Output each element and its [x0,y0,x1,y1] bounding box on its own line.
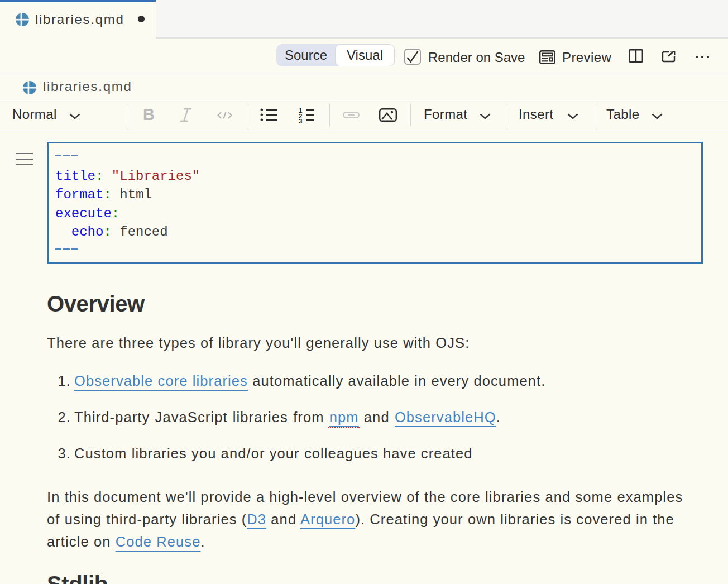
svg-text:3: 3 [299,118,302,123]
